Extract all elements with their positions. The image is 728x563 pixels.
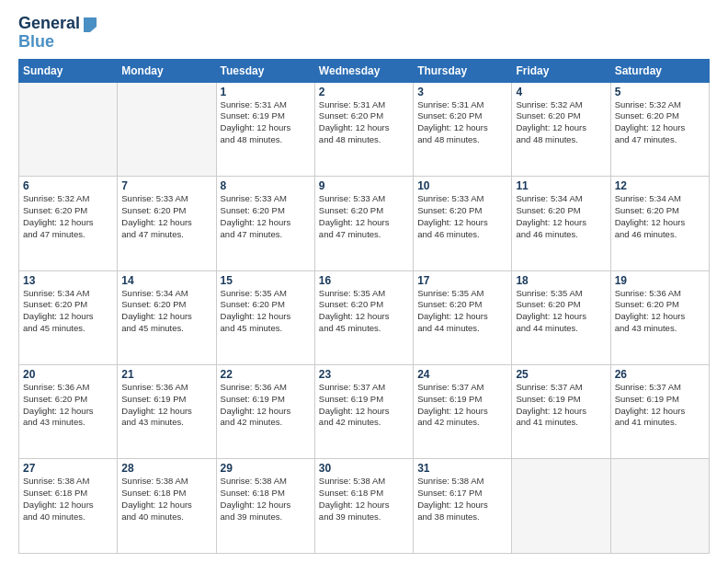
day-number: 2 [319, 86, 409, 98]
calendar-cell: 19Sunrise: 5:36 AM Sunset: 6:20 PM Dayli… [610, 270, 709, 364]
day-number: 20 [23, 368, 113, 381]
calendar-cell: 10Sunrise: 5:33 AM Sunset: 6:20 PM Dayli… [414, 177, 512, 270]
day-info: Sunrise: 5:37 AM Sunset: 6:19 PM Dayligh… [319, 382, 409, 429]
day-info: Sunrise: 5:33 AM Sunset: 6:20 PM Dayligh… [221, 193, 311, 240]
day-number: 17 [417, 274, 507, 287]
calendar-header-row: SundayMondayTuesdayWednesdayThursdayFrid… [19, 59, 710, 82]
calendar-cell: 7Sunrise: 5:33 AM Sunset: 6:20 PM Daylig… [118, 177, 216, 270]
calendar-cell: 5Sunrise: 5:32 AM Sunset: 6:20 PM Daylig… [610, 82, 709, 176]
weekday-header-monday: Monday [118, 59, 216, 82]
day-info: Sunrise: 5:31 AM Sunset: 6:19 PM Dayligh… [221, 99, 311, 146]
weekday-header-wednesday: Wednesday [314, 59, 413, 82]
day-info: Sunrise: 5:34 AM Sunset: 6:20 PM Dayligh… [615, 193, 705, 240]
calendar-cell: 25Sunrise: 5:37 AM Sunset: 6:19 PM Dayli… [512, 365, 610, 459]
calendar-table: SundayMondayTuesdayWednesdayThursdayFrid… [18, 59, 710, 554]
calendar-cell: 28Sunrise: 5:38 AM Sunset: 6:18 PM Dayli… [118, 459, 216, 554]
calendar-cell: 29Sunrise: 5:38 AM Sunset: 6:18 PM Dayli… [216, 459, 314, 554]
day-number: 6 [23, 179, 113, 192]
day-info: Sunrise: 5:38 AM Sunset: 6:18 PM Dayligh… [319, 476, 409, 523]
day-info: Sunrise: 5:35 AM Sunset: 6:20 PM Dayligh… [319, 288, 409, 335]
calendar-week-3: 13Sunrise: 5:34 AM Sunset: 6:20 PM Dayli… [19, 270, 710, 364]
day-info: Sunrise: 5:38 AM Sunset: 6:18 PM Dayligh… [121, 476, 211, 523]
day-number: 10 [417, 179, 507, 192]
calendar-cell: 4Sunrise: 5:32 AM Sunset: 6:20 PM Daylig… [512, 82, 610, 176]
day-info: Sunrise: 5:36 AM Sunset: 6:20 PM Dayligh… [615, 288, 705, 335]
calendar-cell: 27Sunrise: 5:38 AM Sunset: 6:18 PM Dayli… [19, 459, 118, 554]
day-number: 11 [516, 179, 606, 192]
page: General Blue SundayMondayTuesdayWednesda… [0, 0, 728, 563]
day-info: Sunrise: 5:32 AM Sunset: 6:20 PM Dayligh… [615, 99, 705, 146]
calendar-cell: 26Sunrise: 5:37 AM Sunset: 6:19 PM Dayli… [610, 365, 709, 459]
day-number: 27 [23, 462, 113, 475]
day-info: Sunrise: 5:38 AM Sunset: 6:18 PM Dayligh… [23, 476, 113, 523]
calendar-cell: 6Sunrise: 5:32 AM Sunset: 6:20 PM Daylig… [19, 177, 118, 270]
day-info: Sunrise: 5:38 AM Sunset: 6:17 PM Dayligh… [417, 476, 507, 523]
day-info: Sunrise: 5:32 AM Sunset: 6:20 PM Dayligh… [516, 99, 606, 146]
calendar-cell: 24Sunrise: 5:37 AM Sunset: 6:19 PM Dayli… [414, 365, 512, 459]
day-info: Sunrise: 5:37 AM Sunset: 6:19 PM Dayligh… [417, 382, 507, 429]
day-number: 24 [417, 368, 507, 381]
calendar-week-5: 27Sunrise: 5:38 AM Sunset: 6:18 PM Dayli… [19, 459, 710, 554]
day-number: 9 [319, 179, 409, 192]
logo-text-blue: Blue [18, 33, 54, 52]
calendar-cell: 17Sunrise: 5:35 AM Sunset: 6:20 PM Dayli… [414, 270, 512, 364]
day-number: 21 [121, 368, 211, 381]
svg-marker-0 [84, 17, 97, 32]
day-info: Sunrise: 5:35 AM Sunset: 6:20 PM Dayligh… [516, 288, 606, 335]
calendar-week-2: 6Sunrise: 5:32 AM Sunset: 6:20 PM Daylig… [19, 177, 710, 270]
day-number: 1 [221, 86, 311, 98]
calendar-cell: 3Sunrise: 5:31 AM Sunset: 6:20 PM Daylig… [414, 82, 512, 176]
day-info: Sunrise: 5:31 AM Sunset: 6:20 PM Dayligh… [417, 99, 507, 146]
day-info: Sunrise: 5:37 AM Sunset: 6:19 PM Dayligh… [516, 382, 606, 429]
calendar-cell: 11Sunrise: 5:34 AM Sunset: 6:20 PM Dayli… [512, 177, 610, 270]
logo: General Blue [18, 15, 98, 52]
day-info: Sunrise: 5:37 AM Sunset: 6:19 PM Dayligh… [615, 382, 705, 429]
calendar-cell: 31Sunrise: 5:38 AM Sunset: 6:17 PM Dayli… [414, 459, 512, 554]
calendar-cell: 9Sunrise: 5:33 AM Sunset: 6:20 PM Daylig… [314, 177, 413, 270]
calendar-cell: 16Sunrise: 5:35 AM Sunset: 6:20 PM Dayli… [314, 270, 413, 364]
day-number: 23 [319, 368, 409, 381]
day-number: 8 [221, 179, 311, 192]
day-info: Sunrise: 5:31 AM Sunset: 6:20 PM Dayligh… [319, 99, 409, 146]
calendar-cell: 21Sunrise: 5:36 AM Sunset: 6:19 PM Dayli… [118, 365, 216, 459]
day-info: Sunrise: 5:36 AM Sunset: 6:20 PM Dayligh… [23, 382, 113, 429]
calendar-cell: 14Sunrise: 5:34 AM Sunset: 6:20 PM Dayli… [118, 270, 216, 364]
calendar-cell: 20Sunrise: 5:36 AM Sunset: 6:20 PM Dayli… [19, 365, 118, 459]
calendar-cell: 18Sunrise: 5:35 AM Sunset: 6:20 PM Dayli… [512, 270, 610, 364]
day-number: 3 [417, 86, 507, 98]
day-number: 16 [319, 274, 409, 287]
day-number: 12 [615, 179, 705, 192]
calendar-cell [512, 459, 610, 554]
weekday-header-friday: Friday [512, 59, 610, 82]
day-info: Sunrise: 5:34 AM Sunset: 6:20 PM Dayligh… [23, 288, 113, 335]
day-number: 30 [319, 462, 409, 475]
day-number: 19 [615, 274, 705, 287]
day-info: Sunrise: 5:33 AM Sunset: 6:20 PM Dayligh… [319, 193, 409, 240]
header: General Blue [18, 15, 710, 52]
calendar-week-4: 20Sunrise: 5:36 AM Sunset: 6:20 PM Dayli… [19, 365, 710, 459]
day-number: 26 [615, 368, 705, 381]
day-info: Sunrise: 5:32 AM Sunset: 6:20 PM Dayligh… [23, 193, 113, 240]
calendar-cell: 12Sunrise: 5:34 AM Sunset: 6:20 PM Dayli… [610, 177, 709, 270]
calendar-cell: 8Sunrise: 5:33 AM Sunset: 6:20 PM Daylig… [216, 177, 314, 270]
day-number: 13 [23, 274, 113, 287]
logo-triangle-icon [82, 16, 98, 32]
calendar-cell [19, 82, 118, 176]
day-info: Sunrise: 5:36 AM Sunset: 6:19 PM Dayligh… [121, 382, 211, 429]
day-number: 22 [221, 368, 311, 381]
day-info: Sunrise: 5:36 AM Sunset: 6:19 PM Dayligh… [221, 382, 311, 429]
calendar-cell [118, 82, 216, 176]
calendar-cell: 30Sunrise: 5:38 AM Sunset: 6:18 PM Dayli… [314, 459, 413, 554]
calendar-cell: 22Sunrise: 5:36 AM Sunset: 6:19 PM Dayli… [216, 365, 314, 459]
day-number: 18 [516, 274, 606, 287]
weekday-header-sunday: Sunday [19, 59, 118, 82]
day-info: Sunrise: 5:33 AM Sunset: 6:20 PM Dayligh… [121, 193, 211, 240]
logo-text-general: General [18, 15, 80, 33]
weekday-header-thursday: Thursday [414, 59, 512, 82]
calendar-cell: 23Sunrise: 5:37 AM Sunset: 6:19 PM Dayli… [314, 365, 413, 459]
calendar-cell [610, 459, 709, 554]
day-number: 28 [121, 462, 211, 475]
calendar-cell: 15Sunrise: 5:35 AM Sunset: 6:20 PM Dayli… [216, 270, 314, 364]
day-info: Sunrise: 5:38 AM Sunset: 6:18 PM Dayligh… [221, 476, 311, 523]
calendar-week-1: 1Sunrise: 5:31 AM Sunset: 6:19 PM Daylig… [19, 82, 710, 176]
